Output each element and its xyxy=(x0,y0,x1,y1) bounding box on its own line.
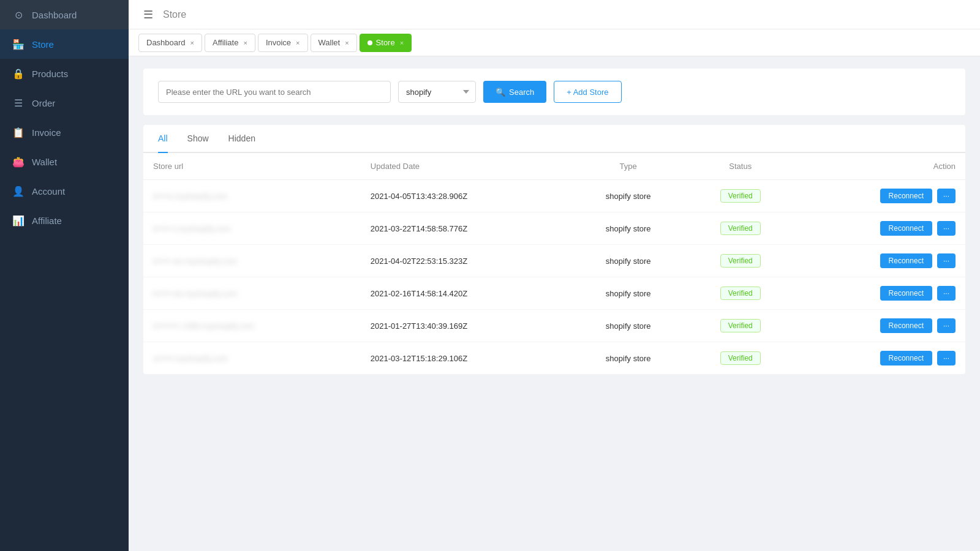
add-store-button[interactable]: + Add Store xyxy=(554,81,621,103)
sub-tab-show-label: Show xyxy=(187,133,209,143)
sidebar: ⊙ Dashboard 🏪 Store 🔒 Products ☰ Order 📋… xyxy=(0,0,129,551)
sidebar-item-products[interactable]: 🔒 Products xyxy=(0,59,129,88)
more-button[interactable]: ··· xyxy=(937,221,956,236)
status-badge: Verified xyxy=(720,254,761,268)
blurred-url: a•••••l.myshopify.com xyxy=(153,354,228,363)
sub-tab-all-label: All xyxy=(158,133,168,143)
cell-store-url: k•••••-de.myshopify.com xyxy=(143,277,361,310)
sidebar-item-label: Affiliate xyxy=(32,216,62,226)
more-button[interactable]: ··· xyxy=(937,253,956,268)
cell-status: Verified xyxy=(687,310,794,342)
reconnect-button[interactable]: Reconnect xyxy=(880,318,932,333)
sidebar-item-label: Invoice xyxy=(32,127,61,138)
reconnect-button[interactable]: Reconnect xyxy=(880,286,932,301)
th-updated-date: Updated Date xyxy=(361,153,570,180)
search-button[interactable]: 🔍 Search xyxy=(483,81,546,103)
tab-wallet[interactable]: Wallet × xyxy=(311,34,357,52)
more-button[interactable]: ··· xyxy=(937,351,956,365)
tab-close-dashboard[interactable]: × xyxy=(190,39,194,47)
search-bar: shopify woocommerce magento 🔍 Search + A… xyxy=(143,69,965,115)
sidebar-item-dashboard[interactable]: ⊙ Dashboard xyxy=(0,0,129,29)
status-badge: Verified xyxy=(720,189,761,203)
page-title: Store xyxy=(163,9,186,20)
sub-tabs: All Show Hidden xyxy=(143,125,965,153)
dashboard-icon: ⊙ xyxy=(12,9,24,21)
more-button[interactable]: ··· xyxy=(937,318,956,333)
sub-tab-hidden-label: Hidden xyxy=(228,133,255,143)
reconnect-button[interactable]: Reconnect xyxy=(880,253,932,268)
hamburger-icon[interactable]: ☰ xyxy=(143,8,153,21)
sidebar-item-label: Dashboard xyxy=(32,10,77,20)
platform-dropdown[interactable]: shopify woocommerce magento xyxy=(398,81,476,103)
cell-updated-date: 2021-01-27T13:40:39.169Z xyxy=(361,310,570,342)
tab-affiliate[interactable]: Affiliate × xyxy=(205,34,255,52)
tab-close-wallet[interactable]: × xyxy=(345,39,349,47)
sidebar-item-label: Account xyxy=(32,186,65,197)
store-table-card: All Show Hidden Store url Updated Date T… xyxy=(143,125,965,374)
cell-updated-date: 2021-04-05T13:43:28.906Z xyxy=(361,180,570,212)
cell-updated-date: 2021-02-16T14:58:14.420Z xyxy=(361,277,570,310)
reconnect-button[interactable]: Reconnect xyxy=(880,189,932,203)
tab-label: Affiliate xyxy=(213,38,238,47)
cell-status: Verified xyxy=(687,342,794,375)
sidebar-item-affiliate[interactable]: 📊 Affiliate xyxy=(0,206,129,235)
th-status: Status xyxy=(687,153,794,180)
sidebar-item-wallet[interactable]: 👛 Wallet xyxy=(0,147,129,176)
table-row: a•••••l.myshopify.com2021-03-12T15:18:29… xyxy=(143,342,965,375)
sidebar-item-account[interactable]: 👤 Account xyxy=(0,176,129,206)
search-input[interactable] xyxy=(158,81,391,103)
cell-store-url: k••••••••-1386.myshopify.com xyxy=(143,310,361,342)
more-button[interactable]: ··· xyxy=(937,286,956,301)
sidebar-item-store[interactable]: 🏪 Store xyxy=(0,29,129,59)
search-icon: 🔍 xyxy=(496,88,505,97)
sub-tab-hidden[interactable]: Hidden xyxy=(228,125,255,153)
table-header-row: Store url Updated Date Type Status Actio… xyxy=(143,153,965,180)
th-action: Action xyxy=(794,153,965,180)
cell-status: Verified xyxy=(687,277,794,310)
th-store-url: Store url xyxy=(143,153,361,180)
more-button[interactable]: ··· xyxy=(937,189,956,203)
tab-dashboard[interactable]: Dashboard × xyxy=(138,34,202,52)
table-row: k•••••-ee.myshopify.com2021-04-02T22:53:… xyxy=(143,245,965,277)
cell-action: Reconnect··· xyxy=(794,310,965,342)
reconnect-button[interactable]: Reconnect xyxy=(880,351,932,365)
status-badge: Verified xyxy=(720,222,761,235)
cell-status: Verified xyxy=(687,212,794,245)
tab-label: Dashboard xyxy=(146,38,186,47)
tab-store[interactable]: Store × xyxy=(360,34,412,52)
table-row: k••••o.myshopify.com2021-04-05T13:43:28.… xyxy=(143,180,965,212)
cell-status: Verified xyxy=(687,245,794,277)
store-icon: 🏪 xyxy=(12,38,24,50)
sidebar-item-order[interactable]: ☰ Order xyxy=(0,88,129,118)
blurred-url: k•••••-de.myshopify.com xyxy=(153,289,237,298)
status-badge: Verified xyxy=(720,287,761,300)
reconnect-button[interactable]: Reconnect xyxy=(880,221,932,236)
cell-store-url: k•••••-ee.myshopify.com xyxy=(143,245,361,277)
sidebar-item-invoice[interactable]: 📋 Invoice xyxy=(0,118,129,147)
invoice-icon: 📋 xyxy=(12,126,24,138)
table-row: k••••••••-1386.myshopify.com2021-01-27T1… xyxy=(143,310,965,342)
tab-label: Invoice xyxy=(266,38,291,47)
cell-type: shopify store xyxy=(570,342,687,375)
table-row: k•••••-de.myshopify.com2021-02-16T14:58:… xyxy=(143,277,965,310)
sub-tab-show[interactable]: Show xyxy=(187,125,209,153)
tab-close-store[interactable]: × xyxy=(400,39,404,47)
top-header: ☰ Store xyxy=(129,0,980,29)
store-table: Store url Updated Date Type Status Actio… xyxy=(143,153,965,374)
cell-action: Reconnect··· xyxy=(794,245,965,277)
content-area: shopify woocommerce magento 🔍 Search + A… xyxy=(129,56,980,551)
table-row: k•••••-f.myshopify.com2021-03-22T14:58:5… xyxy=(143,212,965,245)
sidebar-item-label: Wallet xyxy=(32,157,57,167)
tab-invoice[interactable]: Invoice × xyxy=(258,34,308,52)
main-content: ☰ Store Dashboard × Affiliate × Invoice … xyxy=(129,0,980,551)
tab-close-invoice[interactable]: × xyxy=(296,39,300,47)
tab-close-affiliate[interactable]: × xyxy=(243,39,247,47)
cell-store-url: k••••o.myshopify.com xyxy=(143,180,361,212)
affiliate-icon: 📊 xyxy=(12,214,24,227)
cell-action: Reconnect··· xyxy=(794,212,965,245)
tab-active-dot xyxy=(368,40,372,45)
cell-type: shopify store xyxy=(570,212,687,245)
sidebar-item-label: Order xyxy=(32,98,55,108)
status-badge: Verified xyxy=(720,351,761,365)
sub-tab-all[interactable]: All xyxy=(158,125,168,153)
